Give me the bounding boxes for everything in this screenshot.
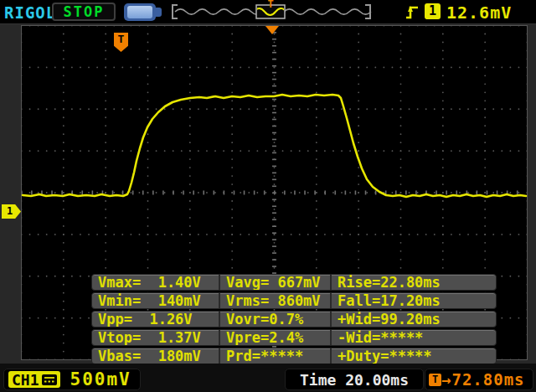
measurement-vpre: Vpre=2.4% — [219, 330, 330, 345]
trigger-source-badge: 1 — [425, 3, 441, 19]
dc-coupling-icon — [42, 374, 57, 385]
trigger-offset-group: T →72.80ms — [425, 369, 533, 390]
brand-logo: RIGOL — [4, 3, 56, 22]
trigger-offset-badge: T — [429, 374, 441, 386]
measurement-vmax: Vmax= 1.40V — [92, 275, 219, 290]
channel1-ground-marker: 1 — [2, 204, 21, 219]
measurement-vpp: Vpp= 1.26V — [92, 312, 219, 327]
measurement-row: Vmin= 140mV Vrms= 860mV Fall=17.20ms — [91, 292, 497, 309]
top-bar: RIGOL STOP T 1 12.6mV — [0, 0, 536, 24]
measurement-pduty: +Duty=***** — [330, 348, 496, 364]
trigger-edge-icon — [405, 3, 420, 20]
channel1-label: CH1 — [12, 371, 39, 389]
svg-text:T: T — [267, 0, 273, 10]
measurement-vtop: Vtop= 1.37V — [92, 330, 219, 345]
usb-drive-icon — [124, 3, 156, 21]
measurement-prd: Prd=***** — [219, 348, 330, 364]
trigger-offset-value: →72.80ms — [441, 370, 525, 389]
trigger-offset-arrow-icon: → — [441, 370, 451, 389]
measurement-vmin: Vmin= 140mV — [92, 293, 219, 308]
measurement-nwid: -Wid=***** — [330, 330, 496, 345]
measurement-row: Vbas= 180mV Prd=***** +Duty=***** — [91, 348, 497, 364]
bottom-bar: CH1 500mV Time 20.00ms T →72.80ms — [0, 364, 536, 392]
oscilloscope-screen: RIGOL STOP T 1 12.6mV T 1 Vmax= 1.40V Va… — [0, 0, 536, 392]
usb-drive-icon-plug — [155, 8, 162, 17]
measurement-pwid: +Wid=99.20ms — [330, 312, 496, 327]
measurement-vavg: Vavg= 667mV — [219, 275, 330, 290]
horizontal-trigger-marker-icon — [265, 26, 279, 34]
measurement-fall: Fall=17.20ms — [330, 293, 496, 308]
measurement-row: Vtop= 1.37V Vpre=2.4% -Wid=***** — [91, 329, 497, 346]
measurement-row: Vpp= 1.26V Vovr=0.7% +Wid=99.20ms — [91, 311, 497, 328]
measurement-vrms: Vrms= 860mV — [219, 293, 330, 308]
channel1-status-group: CH1 500mV — [3, 369, 141, 390]
run-state-badge: STOP — [52, 3, 116, 21]
measurement-vovr: Vovr=0.7% — [219, 312, 330, 327]
channel1-scale-value: 500mV — [70, 369, 131, 389]
measurement-rise: Rise=22.80ms — [330, 275, 496, 290]
trigger-level-value: 12.6mV — [446, 3, 512, 23]
channel1-badge: CH1 — [8, 371, 60, 388]
display-area: T 1 Vmax= 1.40V Vavg= 667mV Rise=22.80ms… — [21, 25, 528, 360]
measurement-vbas: Vbas= 180mV — [92, 348, 219, 364]
measurement-row: Vmax= 1.40V Vavg= 667mV Rise=22.80ms — [91, 274, 497, 291]
horizontal-position-indicator: T — [170, 0, 373, 23]
timebase-value: Time 20.00ms — [285, 369, 424, 390]
usb-drive-icon-body — [127, 6, 152, 18]
